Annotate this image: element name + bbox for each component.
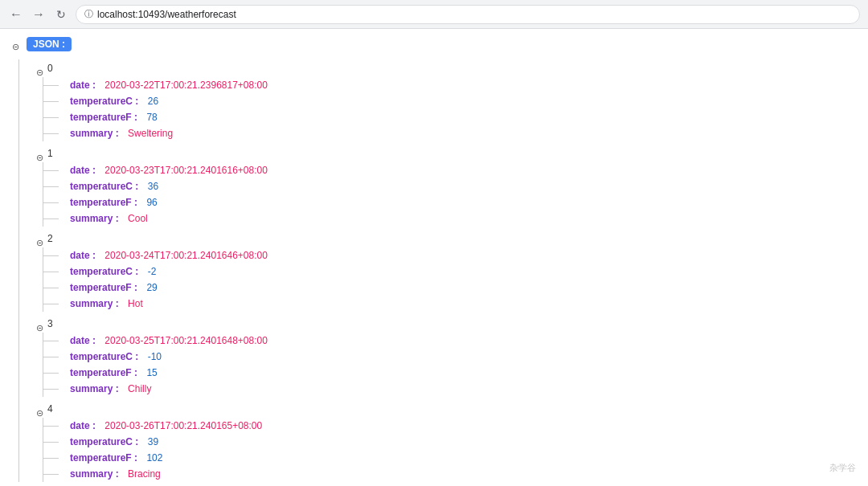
temperatureC-row-0: temperatureC : 26 bbox=[60, 93, 856, 109]
temperatureF-row-0: temperatureF : 78 bbox=[60, 109, 856, 125]
item-expand-icon-3[interactable]: ⊝ bbox=[36, 319, 46, 329]
temperatureF-row-2: temperatureF : 29 bbox=[60, 280, 856, 296]
item-children-4: date : 2020-03-26T17:00:21.240165+08:00 … bbox=[36, 418, 856, 482]
temperatureC-row-4: temperatureC : 39 bbox=[60, 434, 856, 450]
date-value-4: 2020-03-26T17:00:21.240165+08:00 bbox=[104, 418, 262, 434]
item-expand-icon-2[interactable]: ⊝ bbox=[36, 234, 46, 243]
date-key-3: date : bbox=[70, 333, 96, 349]
temperatureC-value-3: -10 bbox=[148, 349, 162, 365]
temperatureF-value-1: 96 bbox=[146, 194, 157, 210]
date-row-0: date : 2020-03-22T17:00:21.2396817+08:00 bbox=[60, 77, 856, 93]
summary-row-3: summary : Chilly bbox=[60, 381, 856, 397]
array-item-4: ⊝ 4 date : 2020-03-26T17:00:21.240165+08… bbox=[36, 400, 856, 482]
temperatureC-value-0: 26 bbox=[148, 93, 158, 109]
temperatureC-key-3: temperatureC : bbox=[70, 349, 138, 365]
summary-value-3: Chilly bbox=[128, 381, 151, 397]
array-index-2: 2 bbox=[47, 230, 53, 247]
date-value-0: 2020-03-22T17:00:21.2396817+08:00 bbox=[104, 77, 268, 93]
temperatureF-key-2: temperatureF : bbox=[70, 280, 137, 296]
date-value-2: 2020-03-24T17:00:21.2401646+08:00 bbox=[104, 247, 268, 263]
summary-key-3: summary : bbox=[70, 381, 119, 397]
item-expand-icon-0[interactable]: ⊝ bbox=[36, 63, 46, 73]
index-row-2: ⊝ 2 bbox=[36, 230, 856, 247]
temperatureC-row-1: temperatureC : 36 bbox=[60, 178, 856, 194]
url-text: localhost:10493/weatherforecast bbox=[97, 9, 236, 20]
date-row-2: date : 2020-03-24T17:00:21.2401646+08:00 bbox=[60, 247, 856, 263]
temperatureF-row-4: temperatureF : 102 bbox=[60, 450, 856, 466]
temperatureC-row-3: temperatureC : -10 bbox=[60, 349, 856, 365]
temperatureF-value-3: 15 bbox=[146, 365, 157, 381]
page-content: ⊝ JSON : ⊝ 0 date : 2020-03-22T17:00:21.… bbox=[0, 29, 868, 486]
temperatureC-value-4: 39 bbox=[148, 434, 158, 450]
item-children-3: date : 2020-03-25T17:00:21.2401648+08:00… bbox=[36, 333, 856, 397]
summary-value-4: Bracing bbox=[128, 466, 161, 482]
item-expand-icon-1[interactable]: ⊝ bbox=[36, 149, 46, 158]
summary-value-2: Hot bbox=[128, 296, 143, 312]
address-bar[interactable]: ⓘ localhost:10493/weatherforecast bbox=[76, 5, 860, 24]
array-item-3: ⊝ 3 date : 2020-03-25T17:00:21.2401648+0… bbox=[36, 315, 856, 397]
summary-key-2: summary : bbox=[70, 296, 119, 312]
temperatureC-value-2: -2 bbox=[148, 263, 157, 280]
index-row-3: ⊝ 3 bbox=[36, 315, 856, 333]
temperatureC-key-1: temperatureC : bbox=[70, 178, 138, 194]
summary-row-2: summary : Hot bbox=[60, 296, 856, 312]
date-row-1: date : 2020-03-23T17:00:21.2401616+08:00 bbox=[60, 162, 856, 178]
array-item-0: ⊝ 0 date : 2020-03-22T17:00:21.2396817+0… bbox=[36, 59, 856, 141]
array-item-2: ⊝ 2 date : 2020-03-24T17:00:21.2401646+0… bbox=[36, 230, 856, 312]
temperatureC-key-4: temperatureC : bbox=[70, 434, 138, 450]
array-container: ⊝ 0 date : 2020-03-22T17:00:21.2396817+0… bbox=[12, 59, 856, 482]
summary-row-0: summary : Sweltering bbox=[60, 125, 856, 141]
temperatureF-row-3: temperatureF : 15 bbox=[60, 365, 856, 381]
date-key-4: date : bbox=[70, 418, 96, 434]
array-index-0: 0 bbox=[47, 59, 53, 77]
temperatureC-key-0: temperatureC : bbox=[70, 93, 138, 109]
date-row-3: date : 2020-03-25T17:00:21.2401648+08:00 bbox=[60, 333, 856, 349]
temperatureC-value-1: 36 bbox=[148, 178, 158, 194]
summary-value-0: Sweltering bbox=[128, 125, 173, 141]
temperatureF-value-4: 102 bbox=[146, 450, 162, 466]
summary-row-1: summary : Cool bbox=[60, 210, 856, 227]
json-button[interactable]: JSON : bbox=[27, 37, 72, 51]
array-index-4: 4 bbox=[47, 400, 53, 418]
date-key-1: date : bbox=[70, 162, 96, 178]
summary-row-4: summary : Bracing bbox=[60, 466, 856, 482]
array-index-3: 3 bbox=[47, 315, 53, 333]
temperatureF-key-1: temperatureF : bbox=[70, 194, 137, 210]
index-row-1: ⊝ 1 bbox=[36, 145, 856, 162]
date-value-3: 2020-03-25T17:00:21.2401648+08:00 bbox=[104, 333, 268, 349]
lock-icon: ⓘ bbox=[84, 8, 93, 20]
forward-button[interactable]: → bbox=[31, 6, 47, 22]
browser-chrome: ← → ↻ ⓘ localhost:10493/weatherforecast bbox=[0, 0, 868, 29]
temperatureF-value-0: 78 bbox=[146, 109, 157, 125]
summary-key-4: summary : bbox=[70, 466, 119, 482]
summary-value-1: Cool bbox=[128, 210, 148, 227]
index-row-0: ⊝ 0 bbox=[36, 59, 856, 77]
item-expand-icon-4[interactable]: ⊝ bbox=[36, 404, 46, 414]
watermark: 杂学谷 bbox=[829, 462, 856, 474]
array-item-1: ⊝ 1 date : 2020-03-23T17:00:21.2401616+0… bbox=[36, 145, 856, 227]
temperatureF-key-0: temperatureF : bbox=[70, 109, 137, 125]
summary-key-0: summary : bbox=[70, 125, 119, 141]
item-children-1: date : 2020-03-23T17:00:21.2401616+08:00… bbox=[36, 162, 856, 227]
temperatureF-row-1: temperatureF : 96 bbox=[60, 194, 856, 210]
temperatureC-key-2: temperatureC : bbox=[70, 263, 138, 280]
temperatureF-key-4: temperatureF : bbox=[70, 450, 137, 466]
date-key-2: date : bbox=[70, 247, 96, 263]
date-row-4: date : 2020-03-26T17:00:21.240165+08:00 bbox=[60, 418, 856, 434]
item-children-0: date : 2020-03-22T17:00:21.2396817+08:00… bbox=[36, 77, 856, 141]
date-value-1: 2020-03-23T17:00:21.2401616+08:00 bbox=[104, 162, 268, 178]
temperatureC-row-2: temperatureC : -2 bbox=[60, 263, 856, 280]
index-row-4: ⊝ 4 bbox=[36, 400, 856, 418]
summary-key-1: summary : bbox=[70, 210, 119, 227]
temperatureF-value-2: 29 bbox=[146, 280, 157, 296]
root-expand-icon[interactable]: ⊝ bbox=[12, 42, 22, 51]
temperatureF-key-3: temperatureF : bbox=[70, 365, 137, 381]
root-row: ⊝ JSON : bbox=[12, 37, 856, 56]
date-key-0: date : bbox=[70, 77, 96, 93]
item-children-2: date : 2020-03-24T17:00:21.2401646+08:00… bbox=[36, 247, 856, 312]
json-tree: ⊝ JSON : ⊝ 0 date : 2020-03-22T17:00:21.… bbox=[12, 37, 856, 482]
back-button[interactable]: ← bbox=[8, 6, 24, 22]
refresh-button[interactable]: ↻ bbox=[53, 6, 69, 22]
array-index-1: 1 bbox=[47, 145, 53, 162]
